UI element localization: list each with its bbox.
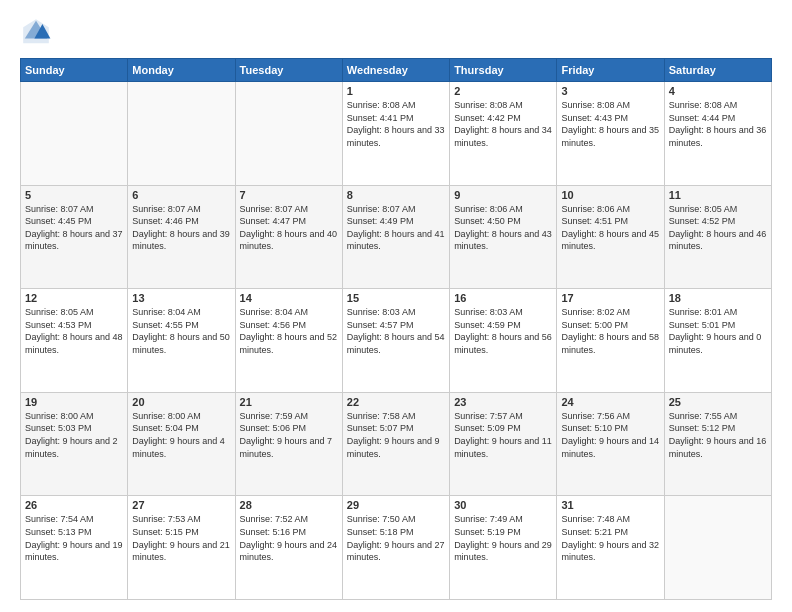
calendar-cell: 18Sunrise: 8:01 AMSunset: 5:01 PMDayligh… — [664, 289, 771, 393]
calendar-cell: 19Sunrise: 8:00 AMSunset: 5:03 PMDayligh… — [21, 392, 128, 496]
day-number: 11 — [669, 189, 767, 201]
day-info: Sunrise: 8:04 AMSunset: 4:56 PMDaylight:… — [240, 306, 338, 356]
weekday-header-row: SundayMondayTuesdayWednesdayThursdayFrid… — [21, 59, 772, 82]
calendar-cell: 2Sunrise: 8:08 AMSunset: 4:42 PMDaylight… — [450, 82, 557, 186]
day-info: Sunrise: 8:08 AMSunset: 4:42 PMDaylight:… — [454, 99, 552, 149]
day-info: Sunrise: 7:50 AMSunset: 5:18 PMDaylight:… — [347, 513, 445, 563]
calendar-week-row: 26Sunrise: 7:54 AMSunset: 5:13 PMDayligh… — [21, 496, 772, 600]
calendar-week-row: 19Sunrise: 8:00 AMSunset: 5:03 PMDayligh… — [21, 392, 772, 496]
day-info: Sunrise: 7:49 AMSunset: 5:19 PMDaylight:… — [454, 513, 552, 563]
calendar-cell: 4Sunrise: 8:08 AMSunset: 4:44 PMDaylight… — [664, 82, 771, 186]
calendar-cell: 24Sunrise: 7:56 AMSunset: 5:10 PMDayligh… — [557, 392, 664, 496]
day-number: 3 — [561, 85, 659, 97]
day-info: Sunrise: 7:48 AMSunset: 5:21 PMDaylight:… — [561, 513, 659, 563]
day-info: Sunrise: 8:03 AMSunset: 4:57 PMDaylight:… — [347, 306, 445, 356]
calendar-cell: 16Sunrise: 8:03 AMSunset: 4:59 PMDayligh… — [450, 289, 557, 393]
day-info: Sunrise: 8:07 AMSunset: 4:45 PMDaylight:… — [25, 203, 123, 253]
day-number: 12 — [25, 292, 123, 304]
day-number: 8 — [347, 189, 445, 201]
day-info: Sunrise: 7:58 AMSunset: 5:07 PMDaylight:… — [347, 410, 445, 460]
day-number: 4 — [669, 85, 767, 97]
day-number: 13 — [132, 292, 230, 304]
logo — [20, 16, 56, 48]
calendar-cell — [664, 496, 771, 600]
calendar-cell: 20Sunrise: 8:00 AMSunset: 5:04 PMDayligh… — [128, 392, 235, 496]
day-info: Sunrise: 8:08 AMSunset: 4:43 PMDaylight:… — [561, 99, 659, 149]
calendar-cell: 21Sunrise: 7:59 AMSunset: 5:06 PMDayligh… — [235, 392, 342, 496]
calendar-cell: 6Sunrise: 8:07 AMSunset: 4:46 PMDaylight… — [128, 185, 235, 289]
day-info: Sunrise: 8:05 AMSunset: 4:52 PMDaylight:… — [669, 203, 767, 253]
calendar-cell: 23Sunrise: 7:57 AMSunset: 5:09 PMDayligh… — [450, 392, 557, 496]
day-number: 18 — [669, 292, 767, 304]
weekday-header: Monday — [128, 59, 235, 82]
calendar-cell: 26Sunrise: 7:54 AMSunset: 5:13 PMDayligh… — [21, 496, 128, 600]
day-info: Sunrise: 8:06 AMSunset: 4:51 PMDaylight:… — [561, 203, 659, 253]
calendar-cell: 30Sunrise: 7:49 AMSunset: 5:19 PMDayligh… — [450, 496, 557, 600]
calendar-cell — [21, 82, 128, 186]
calendar-cell: 31Sunrise: 7:48 AMSunset: 5:21 PMDayligh… — [557, 496, 664, 600]
calendar-cell: 11Sunrise: 8:05 AMSunset: 4:52 PMDayligh… — [664, 185, 771, 289]
day-info: Sunrise: 8:04 AMSunset: 4:55 PMDaylight:… — [132, 306, 230, 356]
day-info: Sunrise: 8:00 AMSunset: 5:03 PMDaylight:… — [25, 410, 123, 460]
day-number: 30 — [454, 499, 552, 511]
weekday-header: Saturday — [664, 59, 771, 82]
calendar-cell: 13Sunrise: 8:04 AMSunset: 4:55 PMDayligh… — [128, 289, 235, 393]
calendar-cell: 12Sunrise: 8:05 AMSunset: 4:53 PMDayligh… — [21, 289, 128, 393]
day-info: Sunrise: 8:03 AMSunset: 4:59 PMDaylight:… — [454, 306, 552, 356]
weekday-header: Tuesday — [235, 59, 342, 82]
calendar-cell — [128, 82, 235, 186]
day-number: 20 — [132, 396, 230, 408]
day-info: Sunrise: 8:00 AMSunset: 5:04 PMDaylight:… — [132, 410, 230, 460]
header — [20, 16, 772, 48]
day-number: 6 — [132, 189, 230, 201]
day-number: 19 — [25, 396, 123, 408]
logo-icon — [20, 16, 52, 48]
calendar: SundayMondayTuesdayWednesdayThursdayFrid… — [20, 58, 772, 600]
day-number: 24 — [561, 396, 659, 408]
day-number: 28 — [240, 499, 338, 511]
day-number: 2 — [454, 85, 552, 97]
day-info: Sunrise: 7:53 AMSunset: 5:15 PMDaylight:… — [132, 513, 230, 563]
day-number: 1 — [347, 85, 445, 97]
weekday-header: Wednesday — [342, 59, 449, 82]
calendar-cell: 25Sunrise: 7:55 AMSunset: 5:12 PMDayligh… — [664, 392, 771, 496]
day-info: Sunrise: 8:06 AMSunset: 4:50 PMDaylight:… — [454, 203, 552, 253]
day-info: Sunrise: 8:01 AMSunset: 5:01 PMDaylight:… — [669, 306, 767, 356]
calendar-cell: 28Sunrise: 7:52 AMSunset: 5:16 PMDayligh… — [235, 496, 342, 600]
day-number: 29 — [347, 499, 445, 511]
day-info: Sunrise: 8:07 AMSunset: 4:47 PMDaylight:… — [240, 203, 338, 253]
day-info: Sunrise: 7:57 AMSunset: 5:09 PMDaylight:… — [454, 410, 552, 460]
day-info: Sunrise: 7:55 AMSunset: 5:12 PMDaylight:… — [669, 410, 767, 460]
day-number: 15 — [347, 292, 445, 304]
day-info: Sunrise: 8:02 AMSunset: 5:00 PMDaylight:… — [561, 306, 659, 356]
day-number: 27 — [132, 499, 230, 511]
day-number: 31 — [561, 499, 659, 511]
day-number: 22 — [347, 396, 445, 408]
page: SundayMondayTuesdayWednesdayThursdayFrid… — [0, 0, 792, 612]
calendar-cell: 8Sunrise: 8:07 AMSunset: 4:49 PMDaylight… — [342, 185, 449, 289]
calendar-cell: 7Sunrise: 8:07 AMSunset: 4:47 PMDaylight… — [235, 185, 342, 289]
day-number: 26 — [25, 499, 123, 511]
calendar-cell — [235, 82, 342, 186]
weekday-header: Thursday — [450, 59, 557, 82]
day-number: 23 — [454, 396, 552, 408]
day-info: Sunrise: 8:08 AMSunset: 4:44 PMDaylight:… — [669, 99, 767, 149]
day-number: 25 — [669, 396, 767, 408]
calendar-cell: 29Sunrise: 7:50 AMSunset: 5:18 PMDayligh… — [342, 496, 449, 600]
calendar-cell: 17Sunrise: 8:02 AMSunset: 5:00 PMDayligh… — [557, 289, 664, 393]
day-info: Sunrise: 7:52 AMSunset: 5:16 PMDaylight:… — [240, 513, 338, 563]
day-number: 21 — [240, 396, 338, 408]
calendar-cell: 27Sunrise: 7:53 AMSunset: 5:15 PMDayligh… — [128, 496, 235, 600]
calendar-cell: 1Sunrise: 8:08 AMSunset: 4:41 PMDaylight… — [342, 82, 449, 186]
calendar-cell: 15Sunrise: 8:03 AMSunset: 4:57 PMDayligh… — [342, 289, 449, 393]
day-info: Sunrise: 7:54 AMSunset: 5:13 PMDaylight:… — [25, 513, 123, 563]
calendar-week-row: 12Sunrise: 8:05 AMSunset: 4:53 PMDayligh… — [21, 289, 772, 393]
weekday-header: Friday — [557, 59, 664, 82]
day-info: Sunrise: 8:07 AMSunset: 4:49 PMDaylight:… — [347, 203, 445, 253]
calendar-cell: 10Sunrise: 8:06 AMSunset: 4:51 PMDayligh… — [557, 185, 664, 289]
calendar-cell: 3Sunrise: 8:08 AMSunset: 4:43 PMDaylight… — [557, 82, 664, 186]
calendar-cell: 22Sunrise: 7:58 AMSunset: 5:07 PMDayligh… — [342, 392, 449, 496]
day-number: 7 — [240, 189, 338, 201]
weekday-header: Sunday — [21, 59, 128, 82]
day-number: 9 — [454, 189, 552, 201]
